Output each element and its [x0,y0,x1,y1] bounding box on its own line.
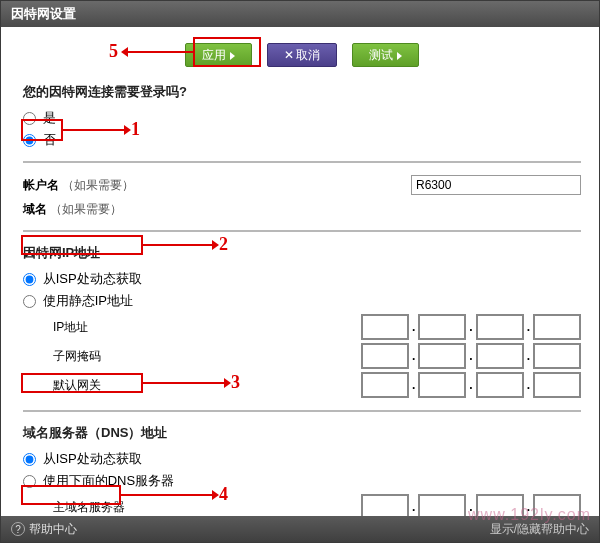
ip-octet[interactable] [533,343,581,369]
account-label: 帐户名 [23,178,59,192]
annotation-num-3: 3 [231,372,240,393]
ip-address-row: IP地址 ... [23,314,581,340]
ip-dynamic-label: 从ISP处动态获取 [43,271,142,286]
annotation-num-4: 4 [219,484,228,505]
annotation-box-2 [21,235,143,255]
annotation-arrow-1 [63,129,125,131]
ip-octet[interactable] [533,372,581,398]
ip-octet[interactable] [476,372,524,398]
play-icon [397,52,402,60]
ip-dynamic-radio[interactable] [23,273,36,286]
gateway-input: ... [361,372,581,398]
annotation-arrow-2 [143,244,213,246]
login-yes-row[interactable]: 是 [23,109,581,127]
ip-static-radio[interactable] [23,295,36,308]
test-button[interactable]: 测试 [352,43,419,67]
dns-section-title: 域名服务器（DNS）地址 [23,424,581,442]
ip-octet[interactable] [361,314,409,340]
annotation-num-1: 1 [131,119,140,140]
annotation-arrow-5 [127,51,193,53]
account-row: 帐户名 （如果需要） [23,175,581,195]
ip-octet[interactable] [418,343,466,369]
button-row: 应用 ✕取消 测试 [23,43,581,67]
ip-octet[interactable] [476,314,524,340]
ip-octet[interactable] [361,494,409,517]
content-pane: 应用 ✕取消 测试 您的因特网连接需要登录吗? 是 否 帐户名 （如果需要） 域… [1,27,599,517]
domain-note: （如果需要） [50,202,122,216]
separator [23,161,581,163]
cancel-button[interactable]: ✕取消 [267,43,337,67]
annotation-num-5: 5 [109,41,118,62]
settings-window: 因特网设置 应用 ✕取消 测试 您的因特网连接需要登录吗? 是 否 帐户名 （如… [0,0,600,543]
watermark: www.192ly.com [468,506,591,524]
dns-dynamic-label: 从ISP处动态获取 [43,451,142,466]
ip-static-row[interactable]: 使用静态IP地址 [23,292,581,310]
separator [23,230,581,232]
annotation-box-3 [21,373,143,393]
subnet-input: ... [361,343,581,369]
ip-octet[interactable] [418,494,466,517]
login-question: 您的因特网连接需要登录吗? [23,83,581,101]
account-input[interactable] [411,175,581,195]
annotation-arrow-4 [121,494,213,496]
ip-address-label: IP地址 [23,319,173,336]
ip-octet[interactable] [361,343,409,369]
ip-octet[interactable] [418,314,466,340]
cancel-label: 取消 [296,48,320,62]
help-icon: ? [11,522,25,536]
window-title: 因特网设置 [1,1,599,27]
close-icon: ✕ [284,44,294,66]
ip-octet[interactable] [418,372,466,398]
ip-octet[interactable] [533,314,581,340]
ip-static-label: 使用静态IP地址 [43,293,133,308]
annotation-box-4 [21,485,121,505]
separator [23,410,581,412]
annotation-num-2: 2 [219,234,228,255]
domain-label: 域名 [23,202,47,216]
ip-dynamic-row[interactable]: 从ISP处动态获取 [23,270,581,288]
subnet-row: 子网掩码 ... [23,343,581,369]
annotation-box-5 [193,37,261,67]
ip-octet[interactable] [361,372,409,398]
annotation-box-1 [21,119,63,141]
annotation-arrow-3 [143,382,225,384]
login-no-row[interactable]: 否 [23,131,581,149]
ip-address-input: ... [361,314,581,340]
domain-row: 域名 （如果需要） [23,201,581,218]
dns-dynamic-row[interactable]: 从ISP处动态获取 [23,450,581,468]
test-label: 测试 [369,48,393,62]
subnet-label: 子网掩码 [23,348,173,365]
ip-octet[interactable] [476,343,524,369]
account-note: （如果需要） [62,178,134,192]
dns-dynamic-radio[interactable] [23,453,36,466]
help-center-link[interactable]: 帮助中心 [29,522,77,536]
